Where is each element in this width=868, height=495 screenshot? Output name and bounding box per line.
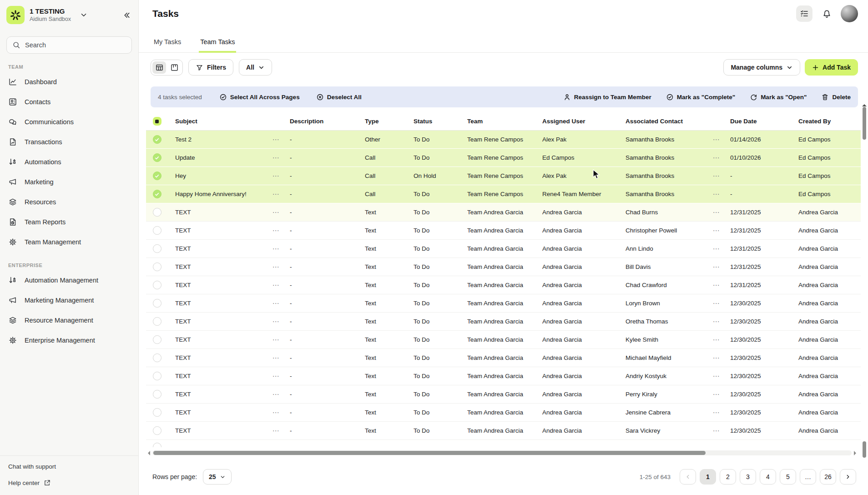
vertical-scroll-thumb[interactable] bbox=[863, 107, 866, 140]
column-header-due-date[interactable]: Due Date bbox=[723, 118, 791, 125]
contact-menu-button[interactable]: ⋯ bbox=[713, 245, 720, 252]
sidebar-item-resource-management[interactable]: Resource Management bbox=[4, 310, 135, 330]
row-menu-button[interactable]: ⋯ bbox=[273, 263, 279, 270]
column-header-status[interactable]: Status bbox=[406, 118, 460, 125]
contact-menu-button[interactable]: ⋯ bbox=[713, 336, 720, 343]
contact-menu-button[interactable]: ⋯ bbox=[713, 172, 720, 179]
help-center-link[interactable]: Help center bbox=[8, 479, 130, 487]
task-subject[interactable]: TEXT bbox=[168, 245, 269, 252]
row-checkbox[interactable] bbox=[153, 354, 161, 362]
pagination-page-2[interactable]: 2 bbox=[720, 469, 736, 485]
pagination-page-3[interactable]: 3 bbox=[740, 469, 756, 485]
column-header-description[interactable]: Description bbox=[283, 118, 358, 125]
row-menu-button[interactable]: ⋯ bbox=[273, 154, 279, 161]
row-checkbox[interactable] bbox=[153, 172, 161, 180]
pagination-page-1[interactable]: 1 bbox=[700, 469, 716, 485]
select-all-across-pages-button[interactable]: Select All Across Pages bbox=[219, 93, 300, 101]
contact-menu-button[interactable]: ⋯ bbox=[713, 427, 720, 434]
row-checkbox[interactable] bbox=[153, 153, 161, 162]
contact-menu-button[interactable]: ⋯ bbox=[713, 209, 720, 216]
user-avatar[interactable] bbox=[841, 5, 858, 22]
row-checkbox[interactable] bbox=[153, 226, 161, 235]
select-all-checkbox[interactable] bbox=[153, 117, 161, 126]
column-header-associated-contact[interactable]: Associated Contact bbox=[618, 118, 709, 125]
contact-menu-button[interactable]: ⋯ bbox=[713, 191, 720, 197]
row-checkbox[interactable] bbox=[153, 135, 161, 144]
row-menu-button[interactable]: ⋯ bbox=[273, 391, 279, 398]
sidebar-item-dashboard[interactable]: Dashboard bbox=[4, 72, 135, 92]
row-checkbox[interactable] bbox=[153, 281, 161, 289]
task-subject[interactable]: TEXT bbox=[168, 227, 269, 234]
row-menu-button[interactable]: ⋯ bbox=[273, 300, 279, 307]
column-header-assigned-user[interactable]: Assigned User bbox=[535, 118, 618, 125]
workspace-chevron-down-icon[interactable] bbox=[80, 11, 88, 19]
kanban-view-icon[interactable] bbox=[167, 61, 181, 74]
row-menu-button[interactable]: ⋯ bbox=[273, 373, 279, 379]
vertical-scroll-thumb-bottom[interactable] bbox=[863, 441, 866, 458]
contact-menu-button[interactable]: ⋯ bbox=[713, 300, 720, 307]
sidebar-item-marketing-management[interactable]: Marketing Management bbox=[4, 290, 135, 310]
task-subject[interactable]: TEXT bbox=[168, 427, 269, 434]
column-header-created-by[interactable]: Created By bbox=[791, 118, 861, 125]
pagination-ellipsis[interactable]: … bbox=[800, 469, 816, 485]
task-subject[interactable]: TEXT bbox=[168, 373, 269, 379]
sidebar-item-automation-management[interactable]: Automation Management bbox=[4, 270, 135, 290]
row-menu-button[interactable]: ⋯ bbox=[273, 427, 279, 434]
contact-menu-button[interactable]: ⋯ bbox=[713, 409, 720, 416]
row-menu-button[interactable]: ⋯ bbox=[273, 136, 279, 143]
row-checkbox[interactable] bbox=[153, 426, 161, 435]
task-subject[interactable]: Hey bbox=[168, 172, 269, 179]
row-menu-button[interactable]: ⋯ bbox=[273, 245, 279, 252]
horizontal-scroll-track[interactable] bbox=[152, 450, 852, 455]
delete-button[interactable]: Delete bbox=[821, 93, 851, 101]
sidebar-item-enterprise-management[interactable]: Enterprise Management bbox=[4, 330, 135, 350]
deselect-all-button[interactable]: Deselect All bbox=[316, 93, 362, 101]
sidebar-item-communications[interactable]: Communications bbox=[4, 112, 135, 132]
row-checkbox[interactable] bbox=[153, 244, 161, 253]
filter-scope-dropdown[interactable]: All bbox=[239, 59, 272, 76]
reassign-button[interactable]: Reassign to Team Member bbox=[563, 93, 651, 101]
row-menu-button[interactable]: ⋯ bbox=[273, 191, 279, 197]
sidebar-item-resources[interactable]: Resources bbox=[4, 192, 135, 212]
contact-menu-button[interactable]: ⋯ bbox=[713, 282, 720, 288]
task-subject[interactable]: TEXT bbox=[168, 318, 269, 325]
row-checkbox[interactable] bbox=[153, 263, 161, 271]
scroll-right-arrow[interactable] bbox=[854, 451, 856, 455]
task-list-view-button[interactable] bbox=[796, 5, 812, 22]
row-checkbox[interactable] bbox=[153, 335, 161, 344]
contact-menu-button[interactable]: ⋯ bbox=[713, 154, 720, 161]
row-menu-button[interactable]: ⋯ bbox=[273, 227, 279, 234]
pagination-prev-button[interactable] bbox=[680, 469, 696, 485]
sidebar-item-team-reports[interactable]: Team Reports bbox=[4, 212, 135, 232]
sidebar-item-marketing[interactable]: Marketing bbox=[4, 172, 135, 192]
row-menu-button[interactable]: ⋯ bbox=[273, 336, 279, 343]
row-menu-button[interactable]: ⋯ bbox=[273, 354, 279, 361]
tab-team-tasks[interactable]: Team Tasks bbox=[199, 38, 236, 53]
row-menu-button[interactable]: ⋯ bbox=[273, 409, 279, 416]
manage-columns-button[interactable]: Manage columns bbox=[723, 59, 800, 76]
row-checkbox[interactable] bbox=[153, 390, 161, 399]
sidebar-item-transactions[interactable]: Transactions bbox=[4, 132, 135, 152]
contact-menu-button[interactable]: ⋯ bbox=[713, 227, 720, 234]
task-subject[interactable]: Test 2 bbox=[168, 136, 269, 143]
task-subject[interactable]: TEXT bbox=[168, 336, 269, 343]
row-checkbox[interactable] bbox=[153, 443, 161, 447]
row-menu-button[interactable]: ⋯ bbox=[273, 318, 279, 325]
row-checkbox[interactable] bbox=[153, 372, 161, 380]
pagination-page-26[interactable]: 26 bbox=[820, 469, 836, 485]
column-header-type[interactable]: Type bbox=[358, 118, 406, 125]
scroll-up-arrow[interactable] bbox=[862, 96, 867, 106]
scroll-left-arrow[interactable] bbox=[148, 451, 150, 455]
contact-menu-button[interactable]: ⋯ bbox=[713, 318, 720, 325]
task-subject[interactable]: TEXT bbox=[168, 263, 269, 270]
mark-open-button[interactable]: Mark as "Open" bbox=[750, 93, 807, 101]
contact-menu-button[interactable]: ⋯ bbox=[713, 373, 720, 379]
column-header-team[interactable]: Team bbox=[460, 118, 535, 125]
contact-menu-button[interactable]: ⋯ bbox=[713, 136, 720, 143]
contact-menu-button[interactable]: ⋯ bbox=[713, 391, 720, 398]
search-input[interactable] bbox=[25, 41, 126, 49]
sidebar-item-automations[interactable]: Automations bbox=[4, 152, 135, 172]
workspace-switcher[interactable]: 1 TESTING Aidium Sandbox bbox=[0, 0, 138, 24]
column-header-subject[interactable]: Subject bbox=[168, 118, 269, 125]
row-checkbox[interactable] bbox=[153, 317, 161, 326]
